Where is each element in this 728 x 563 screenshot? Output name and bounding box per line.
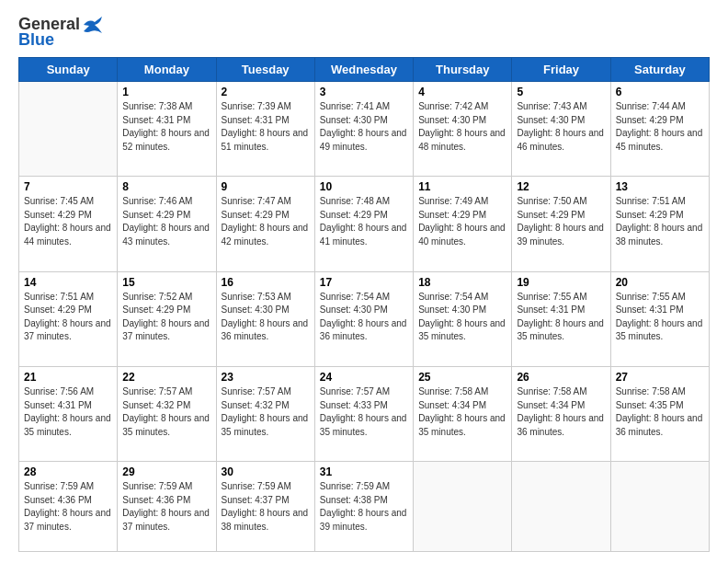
- day-info: Sunrise: 7:57 AMSunset: 4:33 PMDaylight:…: [320, 385, 408, 439]
- calendar-cell: 18Sunrise: 7:54 AMSunset: 4:30 PMDayligh…: [414, 271, 512, 366]
- day-info: Sunrise: 7:38 AMSunset: 4:31 PMDaylight:…: [122, 100, 210, 154]
- calendar-cell: 13Sunrise: 7:51 AMSunset: 4:29 PMDayligh…: [610, 177, 709, 271]
- calendar-cell: 9Sunrise: 7:47 AMSunset: 4:29 PMDaylight…: [216, 177, 314, 271]
- calendar-cell: 31Sunrise: 7:59 AMSunset: 4:38 PMDayligh…: [314, 462, 413, 552]
- day-info: Sunrise: 7:56 AMSunset: 4:31 PMDaylight:…: [24, 385, 112, 439]
- calendar-cell: 6Sunrise: 7:44 AMSunset: 4:29 PMDaylight…: [610, 82, 709, 177]
- day-info: Sunrise: 7:47 AMSunset: 4:29 PMDaylight:…: [222, 195, 310, 248]
- day-info: Sunrise: 7:53 AMSunset: 4:30 PMDaylight:…: [222, 291, 310, 344]
- day-number: 28: [24, 465, 112, 478]
- day-number: 4: [418, 86, 506, 98]
- day-info: Sunrise: 7:51 AMSunset: 4:29 PMDaylight:…: [24, 291, 112, 344]
- calendar-cell: 14Sunrise: 7:51 AMSunset: 4:29 PMDayligh…: [19, 271, 118, 366]
- day-number: 20: [616, 276, 704, 289]
- calendar-cell: 4Sunrise: 7:42 AMSunset: 4:30 PMDaylight…: [414, 82, 512, 177]
- calendar-cell: 30Sunrise: 7:59 AMSunset: 4:37 PMDayligh…: [216, 462, 314, 552]
- calendar-cell: 8Sunrise: 7:46 AMSunset: 4:29 PMDaylight…: [118, 177, 216, 271]
- day-info: Sunrise: 7:54 AMSunset: 4:30 PMDaylight:…: [418, 291, 506, 344]
- calendar-cell: [19, 82, 118, 177]
- day-info: Sunrise: 7:54 AMSunset: 4:30 PMDaylight:…: [320, 291, 408, 344]
- calendar-cell: [414, 462, 512, 552]
- day-info: Sunrise: 7:59 AMSunset: 4:38 PMDaylight:…: [320, 480, 408, 534]
- calendar-cell: 15Sunrise: 7:52 AMSunset: 4:29 PMDayligh…: [118, 271, 216, 366]
- calendar-page: General Blue SundayMondayTuesdayWednesda…: [0, 0, 728, 563]
- day-info: Sunrise: 7:43 AMSunset: 4:30 PMDaylight:…: [517, 100, 605, 154]
- day-number: 24: [320, 371, 408, 384]
- day-number: 31: [320, 465, 408, 478]
- calendar-cell: 25Sunrise: 7:58 AMSunset: 4:34 PMDayligh…: [414, 367, 512, 462]
- day-info: Sunrise: 7:58 AMSunset: 4:34 PMDaylight:…: [418, 385, 506, 439]
- calendar-cell: 26Sunrise: 7:58 AMSunset: 4:34 PMDayligh…: [512, 367, 610, 462]
- calendar-cell: [610, 462, 709, 552]
- day-number: 8: [122, 180, 210, 193]
- day-number: 11: [418, 180, 506, 193]
- day-number: 25: [418, 371, 506, 384]
- logo-bird-icon: [82, 17, 102, 33]
- day-number: 15: [122, 276, 210, 289]
- day-info: Sunrise: 7:58 AMSunset: 4:35 PMDaylight:…: [616, 385, 704, 439]
- day-info: Sunrise: 7:57 AMSunset: 4:32 PMDaylight:…: [222, 385, 310, 439]
- day-number: 19: [517, 276, 605, 289]
- calendar-table: SundayMondayTuesdayWednesdayThursdayFrid…: [18, 57, 710, 552]
- logo: General Blue: [18, 15, 102, 50]
- calendar-cell: 28Sunrise: 7:59 AMSunset: 4:36 PMDayligh…: [19, 462, 118, 552]
- day-header-wednesday: Wednesday: [314, 58, 413, 82]
- calendar-cell: 27Sunrise: 7:58 AMSunset: 4:35 PMDayligh…: [610, 367, 709, 462]
- day-info: Sunrise: 7:55 AMSunset: 4:31 PMDaylight:…: [616, 291, 704, 344]
- day-header-tuesday: Tuesday: [216, 58, 314, 82]
- day-number: 2: [222, 86, 310, 98]
- calendar-cell: 24Sunrise: 7:57 AMSunset: 4:33 PMDayligh…: [314, 367, 413, 462]
- day-number: 26: [517, 371, 605, 384]
- day-header-saturday: Saturday: [610, 58, 709, 82]
- day-info: Sunrise: 7:59 AMSunset: 4:36 PMDaylight:…: [24, 480, 112, 534]
- week-row-3: 14Sunrise: 7:51 AMSunset: 4:29 PMDayligh…: [19, 271, 710, 366]
- logo-text-blue: Blue: [18, 30, 54, 50]
- calendar-cell: 19Sunrise: 7:55 AMSunset: 4:31 PMDayligh…: [512, 271, 610, 366]
- calendar-cell: 11Sunrise: 7:49 AMSunset: 4:29 PMDayligh…: [414, 177, 512, 271]
- week-row-1: 1Sunrise: 7:38 AMSunset: 4:31 PMDaylight…: [19, 82, 710, 177]
- day-info: Sunrise: 7:49 AMSunset: 4:29 PMDaylight:…: [418, 195, 506, 248]
- day-number: 12: [517, 180, 605, 193]
- calendar-cell: 21Sunrise: 7:56 AMSunset: 4:31 PMDayligh…: [19, 367, 118, 462]
- calendar-cell: [512, 462, 610, 552]
- calendar-cell: 10Sunrise: 7:48 AMSunset: 4:29 PMDayligh…: [314, 177, 413, 271]
- day-number: 9: [222, 180, 310, 193]
- calendar-cell: 20Sunrise: 7:55 AMSunset: 4:31 PMDayligh…: [610, 271, 709, 366]
- calendar-cell: 1Sunrise: 7:38 AMSunset: 4:31 PMDaylight…: [118, 82, 216, 177]
- day-number: 6: [616, 86, 704, 98]
- calendar-cell: 7Sunrise: 7:45 AMSunset: 4:29 PMDaylight…: [19, 177, 118, 271]
- day-number: 27: [616, 371, 704, 384]
- day-info: Sunrise: 7:41 AMSunset: 4:30 PMDaylight:…: [320, 100, 408, 154]
- week-row-5: 28Sunrise: 7:59 AMSunset: 4:36 PMDayligh…: [19, 462, 710, 552]
- calendar-cell: 23Sunrise: 7:57 AMSunset: 4:32 PMDayligh…: [216, 367, 314, 462]
- day-info: Sunrise: 7:59 AMSunset: 4:37 PMDaylight:…: [222, 480, 310, 534]
- day-info: Sunrise: 7:59 AMSunset: 4:36 PMDaylight:…: [122, 480, 210, 534]
- day-number: 23: [222, 371, 310, 384]
- day-number: 3: [320, 86, 408, 98]
- day-number: 18: [418, 276, 506, 289]
- calendar-cell: 2Sunrise: 7:39 AMSunset: 4:31 PMDaylight…: [216, 82, 314, 177]
- day-info: Sunrise: 7:55 AMSunset: 4:31 PMDaylight:…: [517, 291, 605, 344]
- day-info: Sunrise: 7:50 AMSunset: 4:29 PMDaylight:…: [517, 195, 605, 248]
- header: General Blue: [18, 15, 710, 50]
- calendar-cell: 3Sunrise: 7:41 AMSunset: 4:30 PMDaylight…: [314, 82, 413, 177]
- day-info: Sunrise: 7:46 AMSunset: 4:29 PMDaylight:…: [122, 195, 210, 248]
- day-number: 30: [222, 465, 310, 478]
- day-number: 1: [122, 86, 210, 98]
- day-header-sunday: Sunday: [19, 58, 118, 82]
- day-info: Sunrise: 7:45 AMSunset: 4:29 PMDaylight:…: [24, 195, 112, 248]
- day-info: Sunrise: 7:44 AMSunset: 4:29 PMDaylight:…: [616, 100, 704, 154]
- day-number: 17: [320, 276, 408, 289]
- day-number: 22: [122, 371, 210, 384]
- day-number: 21: [24, 371, 112, 384]
- day-number: 16: [222, 276, 310, 289]
- calendar-cell: 29Sunrise: 7:59 AMSunset: 4:36 PMDayligh…: [118, 462, 216, 552]
- calendar-cell: 17Sunrise: 7:54 AMSunset: 4:30 PMDayligh…: [314, 271, 413, 366]
- day-info: Sunrise: 7:48 AMSunset: 4:29 PMDaylight:…: [320, 195, 408, 248]
- calendar-cell: 22Sunrise: 7:57 AMSunset: 4:32 PMDayligh…: [118, 367, 216, 462]
- day-info: Sunrise: 7:58 AMSunset: 4:34 PMDaylight:…: [517, 385, 605, 439]
- day-info: Sunrise: 7:51 AMSunset: 4:29 PMDaylight:…: [616, 195, 704, 248]
- day-info: Sunrise: 7:57 AMSunset: 4:32 PMDaylight:…: [122, 385, 210, 439]
- day-info: Sunrise: 7:52 AMSunset: 4:29 PMDaylight:…: [122, 291, 210, 344]
- day-header-monday: Monday: [118, 58, 216, 82]
